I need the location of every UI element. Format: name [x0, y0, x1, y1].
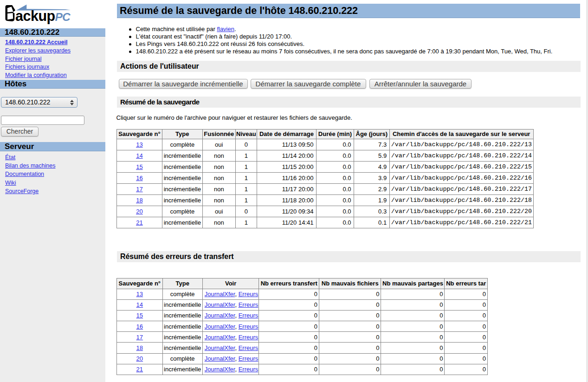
svg-text:ackup: ackup: [15, 8, 55, 24]
svg-text:PC: PC: [55, 11, 71, 23]
